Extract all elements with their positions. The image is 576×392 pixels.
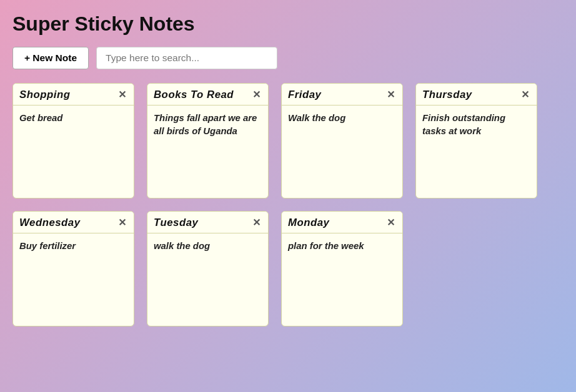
note-close-button[interactable]: ✕ (251, 90, 262, 100)
note-body: plan for the week (282, 233, 402, 326)
note-body: Finish outstanding tasks at work (416, 105, 537, 198)
note-title: Wednesday (19, 217, 81, 229)
note-card: Thursday ✕ Finish outstanding tasks at w… (415, 83, 537, 198)
note-title: Books to Read (154, 89, 234, 101)
notes-grid: Shopping ✕ Get bread Books to Read ✕ Thi… (12, 83, 564, 326)
note-header: Thursday ✕ (416, 84, 537, 105)
note-card: Monday ✕ plan for the week (281, 211, 403, 326)
app-title: Super Sticky Notes (12, 12, 564, 36)
note-close-button[interactable]: ✕ (117, 90, 127, 100)
note-title: Monday (288, 217, 329, 229)
note-body: walk the dog (147, 233, 268, 326)
note-body: Walk the dog (282, 105, 402, 198)
note-card: Books to Read ✕ Things fall apart we are… (147, 83, 269, 198)
note-header: Books to Read ✕ (147, 84, 268, 105)
note-header: Shopping ✕ (13, 84, 134, 105)
note-body: Things fall apart we are all birds of Ug… (147, 105, 268, 198)
note-card: Tuesday ✕ walk the dog (147, 211, 269, 326)
note-title: Tuesday (154, 217, 198, 229)
note-card: Wednesday ✕ Buy fertilizer (12, 211, 134, 326)
note-title: Friday (288, 89, 321, 101)
note-close-button[interactable]: ✕ (117, 218, 127, 228)
note-close-button[interactable]: ✕ (385, 90, 396, 100)
toolbar: + New Note (12, 47, 564, 69)
new-note-button[interactable]: + New Note (12, 47, 89, 69)
note-close-button[interactable]: ✕ (520, 90, 530, 100)
note-body: Buy fertilizer (13, 233, 134, 326)
note-card: Friday ✕ Walk the dog (281, 83, 403, 198)
note-title: Thursday (422, 89, 472, 101)
note-close-button[interactable]: ✕ (251, 218, 262, 228)
search-input[interactable] (96, 47, 277, 69)
note-header: Friday ✕ (282, 84, 402, 105)
note-header: Tuesday ✕ (147, 212, 268, 233)
note-header: Monday ✕ (282, 212, 402, 233)
note-body: Get bread (13, 105, 134, 198)
note-close-button[interactable]: ✕ (385, 218, 396, 228)
note-header: Wednesday ✕ (13, 212, 134, 233)
note-title: Shopping (19, 89, 70, 101)
note-card: Shopping ✕ Get bread (12, 83, 134, 198)
